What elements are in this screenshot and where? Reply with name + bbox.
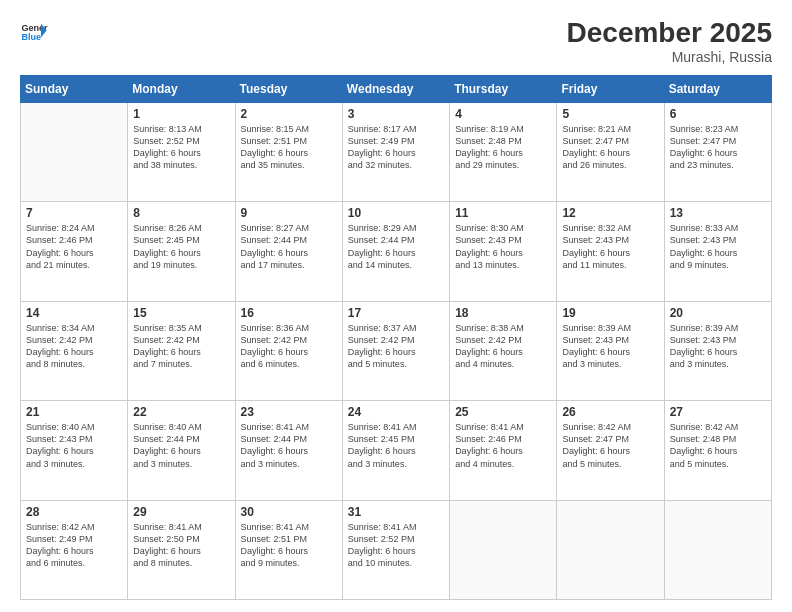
calendar-cell [450, 500, 557, 599]
calendar-cell [557, 500, 664, 599]
day-number: 11 [455, 206, 551, 220]
title-block: December 2025 Murashi, Russia [567, 18, 772, 65]
cell-info: Sunrise: 8:39 AM Sunset: 2:43 PM Dayligh… [670, 322, 766, 371]
cell-info: Sunrise: 8:13 AM Sunset: 2:52 PM Dayligh… [133, 123, 229, 172]
month-title: December 2025 [567, 18, 772, 49]
svg-text:Blue: Blue [21, 32, 41, 42]
calendar-cell: 27Sunrise: 8:42 AM Sunset: 2:48 PM Dayli… [664, 401, 771, 500]
cell-info: Sunrise: 8:41 AM Sunset: 2:44 PM Dayligh… [241, 421, 337, 470]
day-number: 28 [26, 505, 122, 519]
cell-info: Sunrise: 8:32 AM Sunset: 2:43 PM Dayligh… [562, 222, 658, 271]
calendar-cell: 30Sunrise: 8:41 AM Sunset: 2:51 PM Dayli… [235, 500, 342, 599]
day-number: 7 [26, 206, 122, 220]
calendar-cell: 3Sunrise: 8:17 AM Sunset: 2:49 PM Daylig… [342, 102, 449, 201]
calendar-header-row: SundayMondayTuesdayWednesdayThursdayFrid… [21, 75, 772, 102]
col-header-sunday: Sunday [21, 75, 128, 102]
calendar-cell: 10Sunrise: 8:29 AM Sunset: 2:44 PM Dayli… [342, 202, 449, 301]
calendar-cell: 14Sunrise: 8:34 AM Sunset: 2:42 PM Dayli… [21, 301, 128, 400]
calendar-cell [664, 500, 771, 599]
day-number: 2 [241, 107, 337, 121]
day-number: 13 [670, 206, 766, 220]
calendar-cell: 6Sunrise: 8:23 AM Sunset: 2:47 PM Daylig… [664, 102, 771, 201]
cell-info: Sunrise: 8:39 AM Sunset: 2:43 PM Dayligh… [562, 322, 658, 371]
calendar-cell: 19Sunrise: 8:39 AM Sunset: 2:43 PM Dayli… [557, 301, 664, 400]
day-number: 1 [133, 107, 229, 121]
cell-info: Sunrise: 8:40 AM Sunset: 2:44 PM Dayligh… [133, 421, 229, 470]
calendar-cell: 8Sunrise: 8:26 AM Sunset: 2:45 PM Daylig… [128, 202, 235, 301]
calendar-cell: 31Sunrise: 8:41 AM Sunset: 2:52 PM Dayli… [342, 500, 449, 599]
cell-info: Sunrise: 8:15 AM Sunset: 2:51 PM Dayligh… [241, 123, 337, 172]
calendar-cell: 18Sunrise: 8:38 AM Sunset: 2:42 PM Dayli… [450, 301, 557, 400]
calendar-cell [21, 102, 128, 201]
logo-icon: General Blue [20, 18, 48, 46]
day-number: 21 [26, 405, 122, 419]
day-number: 17 [348, 306, 444, 320]
day-number: 8 [133, 206, 229, 220]
day-number: 3 [348, 107, 444, 121]
calendar-cell: 1Sunrise: 8:13 AM Sunset: 2:52 PM Daylig… [128, 102, 235, 201]
calendar-cell: 5Sunrise: 8:21 AM Sunset: 2:47 PM Daylig… [557, 102, 664, 201]
calendar-week-5: 28Sunrise: 8:42 AM Sunset: 2:49 PM Dayli… [21, 500, 772, 599]
cell-info: Sunrise: 8:33 AM Sunset: 2:43 PM Dayligh… [670, 222, 766, 271]
day-number: 6 [670, 107, 766, 121]
cell-info: Sunrise: 8:41 AM Sunset: 2:51 PM Dayligh… [241, 521, 337, 570]
col-header-friday: Friday [557, 75, 664, 102]
calendar-cell: 20Sunrise: 8:39 AM Sunset: 2:43 PM Dayli… [664, 301, 771, 400]
cell-info: Sunrise: 8:21 AM Sunset: 2:47 PM Dayligh… [562, 123, 658, 172]
cell-info: Sunrise: 8:41 AM Sunset: 2:45 PM Dayligh… [348, 421, 444, 470]
calendar-week-1: 1Sunrise: 8:13 AM Sunset: 2:52 PM Daylig… [21, 102, 772, 201]
calendar-cell: 21Sunrise: 8:40 AM Sunset: 2:43 PM Dayli… [21, 401, 128, 500]
cell-info: Sunrise: 8:42 AM Sunset: 2:47 PM Dayligh… [562, 421, 658, 470]
page: General Blue December 2025 Murashi, Russ… [0, 0, 792, 612]
day-number: 20 [670, 306, 766, 320]
day-number: 16 [241, 306, 337, 320]
cell-info: Sunrise: 8:38 AM Sunset: 2:42 PM Dayligh… [455, 322, 551, 371]
cell-info: Sunrise: 8:35 AM Sunset: 2:42 PM Dayligh… [133, 322, 229, 371]
calendar-cell: 17Sunrise: 8:37 AM Sunset: 2:42 PM Dayli… [342, 301, 449, 400]
calendar-cell: 15Sunrise: 8:35 AM Sunset: 2:42 PM Dayli… [128, 301, 235, 400]
cell-info: Sunrise: 8:42 AM Sunset: 2:48 PM Dayligh… [670, 421, 766, 470]
calendar-cell: 24Sunrise: 8:41 AM Sunset: 2:45 PM Dayli… [342, 401, 449, 500]
day-number: 5 [562, 107, 658, 121]
cell-info: Sunrise: 8:40 AM Sunset: 2:43 PM Dayligh… [26, 421, 122, 470]
col-header-thursday: Thursday [450, 75, 557, 102]
logo: General Blue [20, 18, 48, 46]
col-header-tuesday: Tuesday [235, 75, 342, 102]
day-number: 12 [562, 206, 658, 220]
day-number: 15 [133, 306, 229, 320]
cell-info: Sunrise: 8:42 AM Sunset: 2:49 PM Dayligh… [26, 521, 122, 570]
cell-info: Sunrise: 8:19 AM Sunset: 2:48 PM Dayligh… [455, 123, 551, 172]
cell-info: Sunrise: 8:34 AM Sunset: 2:42 PM Dayligh… [26, 322, 122, 371]
day-number: 9 [241, 206, 337, 220]
col-header-monday: Monday [128, 75, 235, 102]
calendar-cell: 28Sunrise: 8:42 AM Sunset: 2:49 PM Dayli… [21, 500, 128, 599]
calendar-week-2: 7Sunrise: 8:24 AM Sunset: 2:46 PM Daylig… [21, 202, 772, 301]
cell-info: Sunrise: 8:24 AM Sunset: 2:46 PM Dayligh… [26, 222, 122, 271]
day-number: 29 [133, 505, 229, 519]
cell-info: Sunrise: 8:17 AM Sunset: 2:49 PM Dayligh… [348, 123, 444, 172]
calendar-cell: 11Sunrise: 8:30 AM Sunset: 2:43 PM Dayli… [450, 202, 557, 301]
col-header-saturday: Saturday [664, 75, 771, 102]
calendar-table: SundayMondayTuesdayWednesdayThursdayFrid… [20, 75, 772, 600]
day-number: 10 [348, 206, 444, 220]
calendar-cell: 29Sunrise: 8:41 AM Sunset: 2:50 PM Dayli… [128, 500, 235, 599]
cell-info: Sunrise: 8:41 AM Sunset: 2:50 PM Dayligh… [133, 521, 229, 570]
calendar-cell: 26Sunrise: 8:42 AM Sunset: 2:47 PM Dayli… [557, 401, 664, 500]
day-number: 25 [455, 405, 551, 419]
calendar-cell: 16Sunrise: 8:36 AM Sunset: 2:42 PM Dayli… [235, 301, 342, 400]
cell-info: Sunrise: 8:30 AM Sunset: 2:43 PM Dayligh… [455, 222, 551, 271]
calendar-cell: 25Sunrise: 8:41 AM Sunset: 2:46 PM Dayli… [450, 401, 557, 500]
day-number: 31 [348, 505, 444, 519]
calendar-cell: 22Sunrise: 8:40 AM Sunset: 2:44 PM Dayli… [128, 401, 235, 500]
calendar-cell: 23Sunrise: 8:41 AM Sunset: 2:44 PM Dayli… [235, 401, 342, 500]
calendar-week-4: 21Sunrise: 8:40 AM Sunset: 2:43 PM Dayli… [21, 401, 772, 500]
day-number: 14 [26, 306, 122, 320]
calendar-cell: 9Sunrise: 8:27 AM Sunset: 2:44 PM Daylig… [235, 202, 342, 301]
header: General Blue December 2025 Murashi, Russ… [20, 18, 772, 65]
cell-info: Sunrise: 8:41 AM Sunset: 2:52 PM Dayligh… [348, 521, 444, 570]
day-number: 26 [562, 405, 658, 419]
day-number: 24 [348, 405, 444, 419]
calendar-cell: 7Sunrise: 8:24 AM Sunset: 2:46 PM Daylig… [21, 202, 128, 301]
cell-info: Sunrise: 8:26 AM Sunset: 2:45 PM Dayligh… [133, 222, 229, 271]
col-header-wednesday: Wednesday [342, 75, 449, 102]
